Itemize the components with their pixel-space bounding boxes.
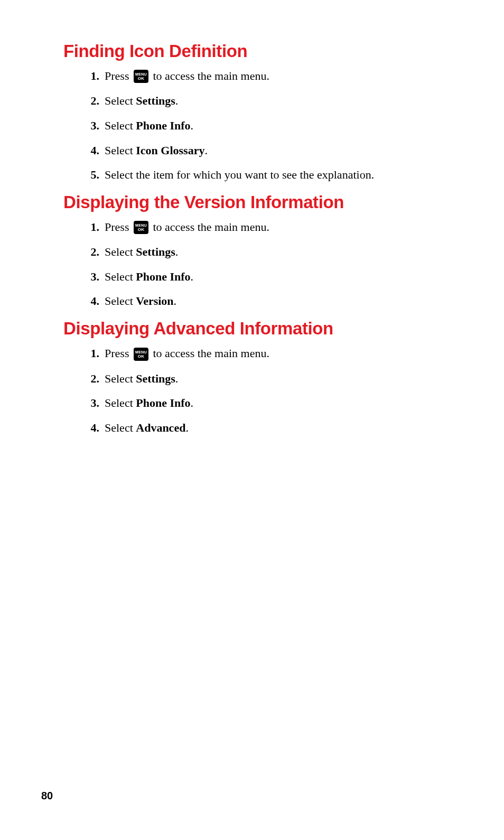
bold-term: Phone Info xyxy=(136,119,190,132)
bold-term: Advanced xyxy=(136,421,185,434)
page-number: 80 xyxy=(41,790,53,802)
step: 3.Select Phone Info. xyxy=(83,269,466,285)
bold-term: Phone Info xyxy=(136,396,190,409)
step: 3.Select Phone Info. xyxy=(83,396,466,411)
step-body: Select Settings. xyxy=(105,94,178,109)
step-body: Select Phone Info. xyxy=(105,269,193,285)
step-body: Select Advanced. xyxy=(105,421,189,436)
step: 2.Select Settings. xyxy=(83,371,466,387)
step: 2.Select Settings. xyxy=(83,94,466,109)
bold-term: Settings xyxy=(136,372,175,385)
step-number: 3. xyxy=(83,269,99,285)
step-list: 1.Press MENUOK to access the main menu.2… xyxy=(83,220,466,309)
step-number: 1. xyxy=(83,220,99,235)
step-body: Press MENUOK to access the main menu. xyxy=(105,69,269,84)
step-body: Select Settings. xyxy=(105,245,178,260)
step-body: Select Version. xyxy=(105,294,176,309)
step-body: Select Phone Info. xyxy=(105,118,193,134)
step-number: 2. xyxy=(83,245,99,260)
page-content: Finding Icon Definition1.Press MENUOK to… xyxy=(63,41,466,435)
step: 1.Press MENUOK to access the main menu. xyxy=(83,346,466,361)
menu-ok-icon: MENUOK xyxy=(134,221,148,234)
step-number: 3. xyxy=(83,396,99,411)
bold-term: Phone Info xyxy=(136,270,190,283)
step-number: 2. xyxy=(83,371,99,387)
step: 1.Press MENUOK to access the main menu. xyxy=(83,220,466,235)
step-list: 1.Press MENUOK to access the main menu.2… xyxy=(83,69,466,183)
section-title: Displaying Advanced Information xyxy=(63,319,466,339)
bold-term: Version xyxy=(136,294,173,307)
step-number: 2. xyxy=(83,94,99,109)
section-title: Finding Icon Definition xyxy=(63,41,466,61)
step-body: Select the item for which you want to se… xyxy=(105,167,374,183)
step: 4.Select Version. xyxy=(83,294,466,309)
section-title: Displaying the Version Information xyxy=(63,192,466,212)
menu-ok-icon: MENUOK xyxy=(134,348,148,361)
step-number: 1. xyxy=(83,69,99,84)
bold-term: Settings xyxy=(136,245,175,258)
step-list: 1.Press MENUOK to access the main menu.2… xyxy=(83,346,466,435)
step-number: 1. xyxy=(83,346,99,361)
step-body: Select Icon Glossary. xyxy=(105,143,208,158)
step: 1.Press MENUOK to access the main menu. xyxy=(83,69,466,84)
step: 4.Select Advanced. xyxy=(83,421,466,436)
step-number: 4. xyxy=(83,143,99,158)
bold-term: Settings xyxy=(136,94,175,107)
step-body: Select Phone Info. xyxy=(105,396,193,411)
step: 2.Select Settings. xyxy=(83,245,466,260)
step-number: 5. xyxy=(83,167,99,183)
step-number: 4. xyxy=(83,421,99,436)
step-number: 4. xyxy=(83,294,99,309)
step-body: Select Settings. xyxy=(105,371,178,387)
step-number: 3. xyxy=(83,118,99,134)
menu-ok-icon: MENUOK xyxy=(134,70,148,83)
step: 3.Select Phone Info. xyxy=(83,118,466,134)
step-body: Press MENUOK to access the main menu. xyxy=(105,346,269,361)
step: 4.Select Icon Glossary. xyxy=(83,143,466,158)
step-body: Press MENUOK to access the main menu. xyxy=(105,220,269,235)
step: 5.Select the item for which you want to … xyxy=(83,167,466,183)
bold-term: Icon Glossary xyxy=(136,144,204,157)
